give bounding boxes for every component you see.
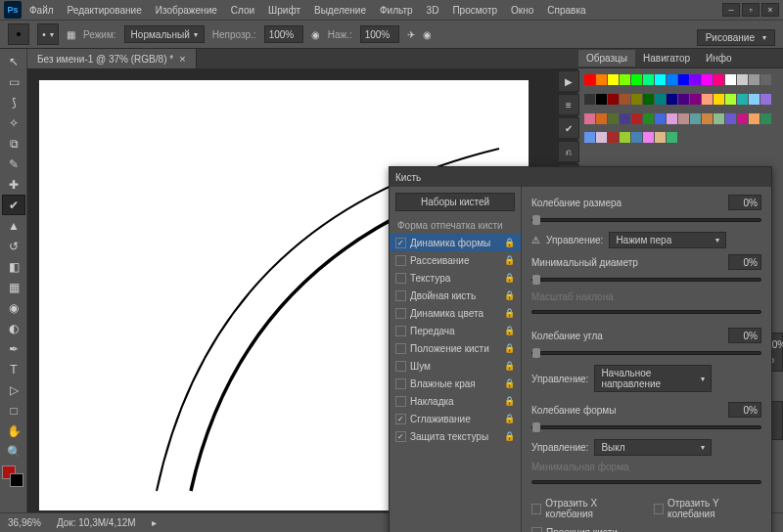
flip-x-checkbox[interactable] <box>531 504 541 514</box>
swatch[interactable] <box>725 94 736 105</box>
swatch[interactable] <box>725 74 736 85</box>
lock-icon[interactable]: 🔒 <box>504 361 515 371</box>
swatch[interactable] <box>690 113 701 124</box>
info-tab[interactable]: Инфо <box>698 50 740 66</box>
swatch[interactable] <box>702 74 713 85</box>
swatch[interactable] <box>690 74 701 85</box>
lock-icon[interactable]: 🔒 <box>504 255 515 265</box>
brush-option-влажные-края[interactable]: Влажные края🔒 <box>390 375 521 392</box>
zoom-level[interactable]: 36,96% <box>8 517 41 528</box>
swatch[interactable] <box>608 132 619 143</box>
dodge-tool[interactable]: ◐ <box>2 318 25 338</box>
swatch[interactable] <box>760 113 771 124</box>
gradient-tool[interactable]: ▦ <box>2 277 25 297</box>
checkbox[interactable] <box>395 431 406 442</box>
checkbox[interactable] <box>395 290 406 301</box>
clone-panel-icon[interactable]: ⎌ <box>558 141 579 162</box>
history-panel-icon[interactable]: ▶ <box>558 70 579 92</box>
stamp-tool[interactable]: ▲ <box>2 215 25 236</box>
menu-window[interactable]: Окно <box>505 2 539 19</box>
checkbox[interactable] <box>395 255 406 266</box>
checkbox[interactable] <box>395 378 406 389</box>
brush-option-двойная-кисть[interactable]: Двойная кисть🔒 <box>390 287 521 304</box>
workspace-switcher[interactable]: Рисование▾ <box>697 29 775 46</box>
menu-layers[interactable]: Слои <box>225 2 260 19</box>
brush-panel-header[interactable]: Кисть <box>390 167 771 187</box>
swatch[interactable] <box>584 132 595 143</box>
swatch[interactable] <box>714 74 724 85</box>
checkbox[interactable] <box>395 326 406 336</box>
marquee-tool[interactable]: ▭ <box>2 71 25 92</box>
eyedropper-tool[interactable]: ✎ <box>2 154 25 174</box>
lock-icon[interactable]: 🔒 <box>504 326 515 335</box>
swatch[interactable] <box>737 113 748 124</box>
size-jitter-slider[interactable] <box>531 218 761 222</box>
size-control-dropdown[interactable]: Нажим пера▾ <box>609 232 726 248</box>
lock-icon[interactable]: 🔒 <box>504 414 515 423</box>
swatch[interactable] <box>631 94 642 105</box>
swatch[interactable] <box>702 94 713 105</box>
lock-icon[interactable]: 🔒 <box>504 378 515 388</box>
swatch[interactable] <box>760 74 771 85</box>
roundness-jitter-slider[interactable] <box>531 425 761 429</box>
checkbox[interactable] <box>395 361 406 372</box>
doc-size[interactable]: Док: 10,3M/4,12M <box>57 517 136 528</box>
hand-tool[interactable]: ✋ <box>2 421 25 441</box>
path-tool[interactable]: ▷ <box>2 379 25 400</box>
blur-tool[interactable]: ◉ <box>2 297 25 318</box>
lock-icon[interactable]: 🔒 <box>504 431 515 441</box>
lock-icon[interactable]: 🔒 <box>504 238 515 247</box>
angle-jitter-value[interactable]: 0% <box>728 328 761 343</box>
document-tab[interactable]: Без имени-1 @ 37% (RGB/8) * × <box>27 49 197 68</box>
swatch[interactable] <box>596 113 607 124</box>
checkbox[interactable] <box>395 308 406 319</box>
checkbox[interactable] <box>395 414 406 424</box>
brush-option-рассеивание[interactable]: Рассеивание🔒 <box>390 251 521 269</box>
swatch[interactable] <box>620 132 630 143</box>
brush-option-динамика-цвета[interactable]: Динамика цвета🔒 <box>390 304 521 322</box>
swatch[interactable] <box>678 94 689 105</box>
roundness-jitter-value[interactable]: 0% <box>728 402 761 418</box>
navigator-tab[interactable]: Навигатор <box>635 50 698 66</box>
brush-option-шум[interactable]: Шум🔒 <box>390 357 521 375</box>
brush-picker-button[interactable]: •▾ <box>37 23 59 45</box>
eraser-tool[interactable]: ◧ <box>2 256 25 277</box>
healing-tool[interactable]: ✚ <box>2 174 25 195</box>
brush-option-динамика-формы[interactable]: Динамика формы🔒 <box>390 234 521 251</box>
swatch[interactable] <box>620 94 630 105</box>
menu-type[interactable]: Шрифт <box>262 2 306 19</box>
swatch[interactable] <box>631 74 642 85</box>
swatch[interactable] <box>596 132 607 143</box>
swatch[interactable] <box>655 94 666 105</box>
lock-icon[interactable]: 🔒 <box>504 343 515 353</box>
size-pressure-icon[interactable]: ◉ <box>423 29 432 40</box>
swatch[interactable] <box>620 74 630 85</box>
swatch[interactable] <box>714 94 724 105</box>
swatch[interactable] <box>631 113 642 124</box>
type-tool[interactable]: T <box>2 359 25 379</box>
swatch[interactable] <box>655 132 666 143</box>
swatch[interactable] <box>620 113 630 124</box>
swatches-panel[interactable] <box>578 68 783 156</box>
lock-icon[interactable]: 🔒 <box>504 290 515 300</box>
checkbox[interactable] <box>395 238 406 248</box>
close-button[interactable]: × <box>761 3 779 17</box>
swatch[interactable] <box>690 94 701 105</box>
swatch[interactable] <box>608 113 619 124</box>
maximize-button[interactable]: ▫ <box>742 3 760 17</box>
minimize-button[interactable]: – <box>722 3 740 17</box>
brushes-panel-icon[interactable]: ✔ <box>558 117 579 139</box>
menu-view[interactable]: Просмотр <box>446 2 503 19</box>
crop-tool[interactable]: ⧉ <box>2 133 25 154</box>
swatch[interactable] <box>596 74 607 85</box>
swatch[interactable] <box>643 74 654 85</box>
swatch[interactable] <box>667 94 677 105</box>
swatch[interactable] <box>584 94 595 105</box>
swatch[interactable] <box>643 113 654 124</box>
brush-option-передача[interactable]: Передача🔒 <box>390 322 521 339</box>
close-icon[interactable]: × <box>179 53 185 65</box>
brush-preview-button[interactable] <box>8 23 29 45</box>
brush-option-защита-текстуры[interactable]: Защита текстуры🔒 <box>390 427 521 445</box>
swatch[interactable] <box>584 74 595 85</box>
actions-panel-icon[interactable]: ≡ <box>558 94 579 115</box>
